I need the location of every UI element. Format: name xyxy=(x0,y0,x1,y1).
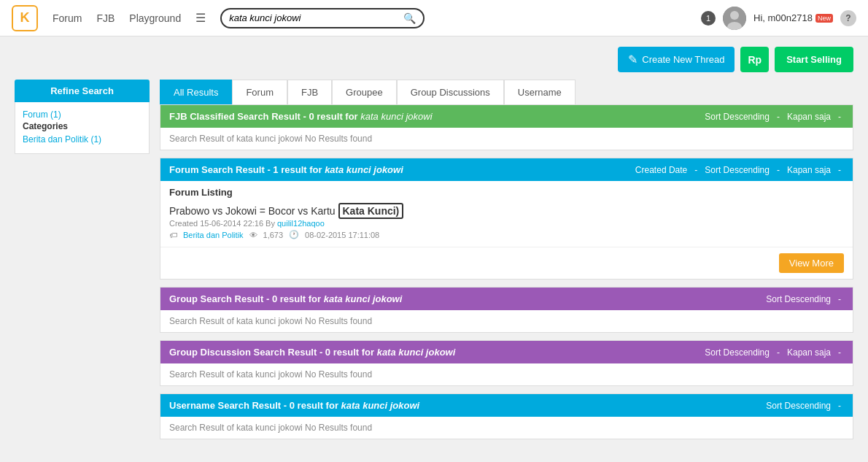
fjb-kapan-link[interactable]: Kapan saja xyxy=(787,112,831,122)
group-discussion-section: Group Discussion Search Result - 0 resul… xyxy=(160,340,853,386)
username-section-body: Search Result of kata kunci jokowi No Re… xyxy=(160,417,853,439)
thread-title: Prabowo vs Jokowi = Bocor vs Kartu Kata … xyxy=(169,205,844,217)
hamburger-icon[interactable]: ☰ xyxy=(195,11,206,25)
thread-views: 1,673 xyxy=(263,231,284,239)
forum-listing-header: Forum Listing xyxy=(160,181,853,201)
start-selling-button[interactable]: Start Selling xyxy=(775,47,853,72)
thread-title-link[interactable]: Prabowo vs Jokowi = Bocor vs Kartu Kata … xyxy=(169,203,403,219)
header-right: 1 Hi, m00n2718 New ? xyxy=(701,7,856,30)
tab-all-results[interactable]: All Results xyxy=(160,80,232,104)
view-more-button[interactable]: View More xyxy=(779,253,844,273)
fjb-section-body: Search Result of kata kunci jokowi No Re… xyxy=(160,128,853,150)
group-sort-link[interactable]: Sort Descending xyxy=(766,294,831,304)
group-section-body: Search Result of kata kunci jokowi No Re… xyxy=(160,310,853,332)
edit-icon: ✎ xyxy=(628,53,638,66)
tab-group-discussions[interactable]: Group Discussions xyxy=(397,80,504,104)
content-area: All Results Forum FJB Groupee Group Disc… xyxy=(160,80,853,447)
search-input[interactable] xyxy=(229,12,403,23)
thread-meta: Created 15-06-2014 22:16 By quilil12haqo… xyxy=(169,219,844,228)
main-nav: Forum FJB Playground xyxy=(53,12,181,24)
group-discussion-header: Group Discussion Search Result - 0 resul… xyxy=(160,341,853,363)
forum-section: Forum Search Result - 1 result for kata … xyxy=(160,158,853,280)
username-sort-link[interactable]: Sort Descending xyxy=(766,401,831,411)
logo[interactable]: K xyxy=(12,5,38,31)
create-thread-button[interactable]: ✎ Create New Thread xyxy=(618,47,735,72)
sidebar-header: Refine Search xyxy=(15,80,150,102)
thread-author-link[interactable]: quilil12haqoo xyxy=(277,219,325,228)
group-discussion-body: Search Result of kata kunci jokowi No Re… xyxy=(160,363,853,385)
group-section-header: Group Search Result - 0 result for kata … xyxy=(160,288,853,310)
username-section: Username Search Result - 0 result for ka… xyxy=(160,393,853,439)
header: K Forum FJB Playground ☰ 🔍 1 Hi, m00n271… xyxy=(0,0,868,36)
search-tabs: All Results Forum FJB Groupee Group Disc… xyxy=(160,80,853,104)
tab-username[interactable]: Username xyxy=(504,80,576,104)
svg-point-1 xyxy=(730,11,739,20)
sidebar: Refine Search Forum (1) Categories Berit… xyxy=(15,80,150,447)
avatar[interactable] xyxy=(723,7,746,30)
sell-icon-button[interactable]: Rp xyxy=(740,47,769,72)
search-icon[interactable]: 🔍 xyxy=(403,12,416,24)
forum-sort-link[interactable]: Sort Descending xyxy=(705,165,770,175)
user-info: Hi, m00n2718 New xyxy=(753,12,833,23)
group-discussion-sort-link[interactable]: Sort Descending xyxy=(705,347,770,358)
thread-tag-link[interactable]: Berita dan Politik xyxy=(183,231,244,239)
nav-fjb[interactable]: FJB xyxy=(96,12,115,24)
nav-playground[interactable]: Playground xyxy=(129,12,181,24)
tab-groupee[interactable]: Groupee xyxy=(332,80,397,104)
thread-last-date: 08-02-2015 17:11:08 xyxy=(305,231,379,239)
help-icon[interactable]: ? xyxy=(840,10,856,26)
fjb-section: FJB Classified Search Result - 0 result … xyxy=(160,104,853,150)
tab-fjb[interactable]: FJB xyxy=(287,80,332,104)
fjb-sort-link[interactable]: Sort Descending xyxy=(705,112,770,122)
sidebar-body: Forum (1) Categories Berita dan Politik … xyxy=(15,102,150,154)
view-more-bar: View More xyxy=(160,247,853,279)
forum-section-header: Forum Search Result - 1 result for kata … xyxy=(160,158,853,181)
forum-thread-item: Prabowo vs Jokowi = Bocor vs Kartu Kata … xyxy=(160,201,853,247)
group-discussion-kapan-link[interactable]: Kapan saja xyxy=(787,347,831,358)
forum-created-date-link[interactable]: Created Date xyxy=(635,165,687,175)
clock-icon: 🕐 xyxy=(289,230,299,239)
new-badge: New xyxy=(815,14,833,23)
sidebar-categories-label: Categories xyxy=(23,121,142,131)
username-section-header: Username Search Result - 0 result for ka… xyxy=(160,394,853,417)
tab-forum[interactable]: Forum xyxy=(232,80,287,104)
group-section: Group Search Result - 0 result for kata … xyxy=(160,287,853,333)
tag-icon: 🏷 xyxy=(169,231,177,239)
keyword-highlight: Kata Kunci) xyxy=(338,203,404,219)
sidebar-category-link[interactable]: Berita dan Politik (1) xyxy=(23,134,142,145)
action-bar: ✎ Create New Thread Rp Start Selling xyxy=(0,36,868,80)
thread-tags: 🏷 Berita dan Politik 👁 1,673 🕐 08-02-201… xyxy=(169,230,844,239)
views-icon: 👁 xyxy=(249,231,257,239)
main-container: Refine Search Forum (1) Categories Berit… xyxy=(0,80,868,461)
search-box: 🔍 xyxy=(220,8,425,28)
forum-kapan-link[interactable]: Kapan saja xyxy=(787,165,831,175)
fjb-section-header: FJB Classified Search Result - 0 result … xyxy=(160,105,853,128)
nav-forum[interactable]: Forum xyxy=(53,12,82,24)
sidebar-forum-item[interactable]: Forum (1) xyxy=(23,109,142,120)
notification-badge[interactable]: 1 xyxy=(701,11,716,26)
